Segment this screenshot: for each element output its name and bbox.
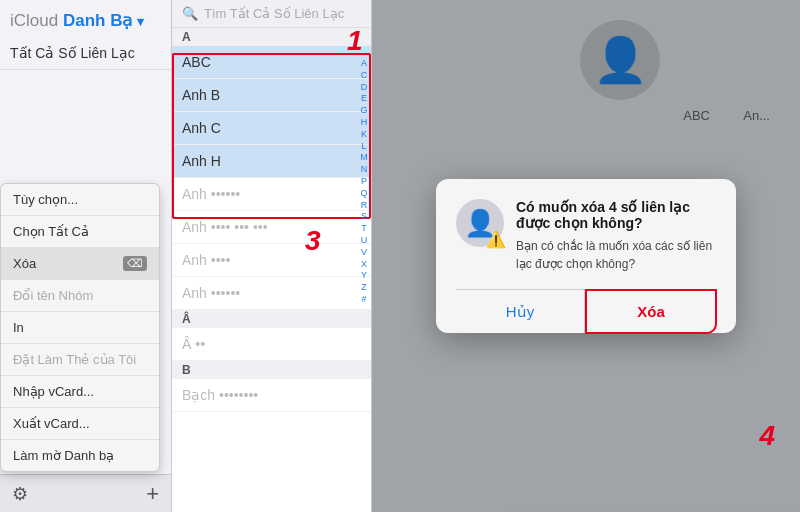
alpha-c[interactable]: C [361, 70, 368, 81]
dialog-title: Có muốn xóa 4 số liên lạc được chọn khôn… [516, 199, 716, 231]
contact-item-9[interactable]: Bạch •••••••• [172, 379, 371, 412]
menu-item-doi-ten-nhom: Đổi tên Nhóm [1, 280, 159, 312]
menu-item-tuy-chon[interactable]: Tùy chọn... [1, 184, 159, 216]
alpha-l[interactable]: L [361, 141, 366, 152]
context-menu: Tùy chọn... Chọn Tất Cả Xóa ⌫ Đổi tên Nh… [0, 183, 160, 472]
contact-item-7[interactable]: Anh •••••• [172, 277, 371, 310]
alpha-k[interactable]: K [361, 129, 367, 140]
alpha-g[interactable]: G [360, 105, 367, 116]
alpha-h[interactable]: H [361, 117, 368, 128]
alpha-d[interactable]: D [361, 82, 368, 93]
confirm-delete-button[interactable]: Xóa [585, 289, 717, 334]
contact-item-4[interactable]: Anh •••••• [172, 178, 371, 211]
alpha-m[interactable]: M [360, 152, 368, 163]
alphabet-index-bar: A C D E G H K L M N P Q R S T U V X Y Z … [357, 58, 371, 305]
alpha-n[interactable]: N [361, 164, 368, 175]
alpha-t[interactable]: T [361, 223, 367, 234]
contact-item-5[interactable]: Anh •••• ••• ••• [172, 211, 371, 244]
search-bar: 🔍 Tìm Tất Cả Số Liên Lạc [172, 0, 371, 28]
alpha-v[interactable]: V [361, 247, 367, 258]
warning-badge-icon: ⚠️ [486, 230, 506, 249]
dialog-message: Bạn có chắc là muốn xóa các số liên lạc … [516, 237, 716, 273]
alpha-x[interactable]: X [361, 259, 367, 270]
menu-item-lam-mo[interactable]: Làm mờ Danh bạ [1, 440, 159, 471]
dialog-buttons: Hủy Xóa [456, 289, 716, 333]
dialog-top: 👤 ⚠️ Có muốn xóa 4 số liên lạc được chọn… [456, 199, 716, 273]
alpha-y[interactable]: Y [361, 270, 367, 281]
sidebar: iCloud Danh Bạ ▾ Tất Cả Số Liên Lạc Tùy … [0, 0, 172, 512]
alpha-q[interactable]: Q [360, 188, 367, 199]
all-contacts-item[interactable]: Tất Cả Số Liên Lạc [0, 37, 171, 70]
contact-item-8[interactable]: Â •• [172, 328, 371, 361]
icloud-label: iCloud [10, 11, 58, 30]
dropdown-arrow-icon[interactable]: ▾ [137, 14, 144, 29]
alpha-u[interactable]: U [361, 235, 368, 246]
contact-item-anh-c[interactable]: Anh C [172, 112, 371, 145]
step4-label: 4 [759, 420, 775, 452]
contact-item-6[interactable]: Anh •••• [172, 244, 371, 277]
section-header-b: B [172, 361, 371, 379]
contact-item-anh-h[interactable]: Anh H [172, 145, 371, 178]
add-contact-icon[interactable]: + [146, 481, 159, 507]
menu-item-xoa[interactable]: Xóa ⌫ [1, 248, 159, 280]
right-panel: 👤 ABC An... 👤 ⚠️ Có muốn xóa 4 số liên l… [372, 0, 800, 512]
alpha-hash[interactable]: # [361, 294, 366, 305]
all-contacts-label: Tất Cả Số Liên Lạc [10, 45, 135, 61]
section-header-a: A [172, 28, 371, 46]
search-icon: 🔍 [182, 6, 198, 21]
alpha-s[interactable]: S [361, 211, 367, 222]
menu-item-chon-tat-ca[interactable]: Chọn Tất Cả [1, 216, 159, 248]
dialog-content: Có muốn xóa 4 số liên lạc được chọn khôn… [516, 199, 716, 273]
alpha-z[interactable]: Z [361, 282, 367, 293]
dialog-avatar-icon: 👤 ⚠️ [456, 199, 504, 247]
contacts-panel: 🔍 Tìm Tất Cả Số Liên Lạc A ABC Anh B Anh… [172, 0, 372, 512]
cancel-button[interactable]: Hủy [456, 290, 585, 333]
danh-ba-label: Danh Bạ [63, 11, 133, 30]
menu-item-dat-lam-the: Đặt Làm Thẻ của Tôi [1, 344, 159, 376]
dialog-overlay: 👤 ⚠️ Có muốn xóa 4 số liên lạc được chọn… [372, 0, 800, 512]
contact-item-anh-b[interactable]: Anh B [172, 79, 371, 112]
section-header-a2: Â [172, 310, 371, 328]
step3-label: 3 [305, 225, 321, 257]
search-placeholder[interactable]: Tìm Tất Cả Số Liên Lạc [204, 6, 344, 21]
menu-item-in[interactable]: In [1, 312, 159, 344]
contacts-list: A ABC Anh B Anh C Anh H Anh •••••• Anh •… [172, 28, 371, 512]
delete-badge-icon: ⌫ [123, 256, 147, 271]
alpha-p[interactable]: P [361, 176, 367, 187]
settings-icon[interactable]: ⚙ [12, 483, 28, 505]
sidebar-header: iCloud Danh Bạ ▾ [0, 0, 171, 37]
alpha-e[interactable]: E [361, 93, 367, 104]
menu-item-nhap-vcard[interactable]: Nhập vCard... [1, 376, 159, 408]
alpha-r[interactable]: R [361, 200, 368, 211]
sidebar-bottom-bar: ⚙ + [0, 474, 171, 512]
contact-item-abc[interactable]: ABC [172, 46, 371, 79]
menu-item-xuat-vcard[interactable]: Xuất vCard... [1, 408, 159, 440]
step1-label: 1 [347, 25, 363, 57]
confirm-dialog: 👤 ⚠️ Có muốn xóa 4 số liên lạc được chọn… [436, 179, 736, 333]
alpha-a[interactable]: A [361, 58, 367, 69]
